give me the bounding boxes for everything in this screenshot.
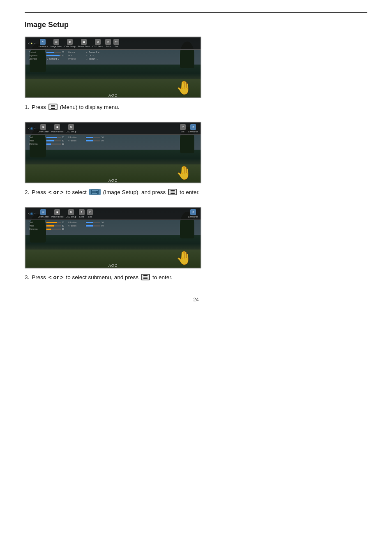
dcr-label: DCR <box>68 55 85 57</box>
vpos-label-3: V.Position <box>68 225 85 227</box>
image-icon-3: ⊞ <box>30 212 33 215</box>
menu-bar-2a <box>171 190 175 191</box>
osd-left-col-1: Contrast 50 Brightness 90 Eco mode ◄ <box>29 51 64 91</box>
sharpness-label-3: Sharpness <box>29 228 45 230</box>
color-setup-icon-3: ⊞ <box>40 209 46 215</box>
exit-label-2: Exit <box>181 130 184 133</box>
osd-overlay-2: < ⊞ > ◉ Color Setup ▣ Picture Boost ⚙ <box>25 123 201 183</box>
osd-left-col-2: Clock 75 Phase 50 Sharpness 30 <box>29 136 64 176</box>
hpos-label-2: H.Position <box>68 136 85 139</box>
hand-cursor-3: 🤚 <box>176 250 192 266</box>
phase-bar-3 <box>46 225 61 227</box>
osd-right-col-1: Gamma ◄ Gamma 1 ► DCR ◄ Off ► Overdr <box>68 51 100 91</box>
brightness-bar <box>46 55 61 56</box>
step-3-number: 3. <box>25 274 29 280</box>
hpos-row-3: H.Position 50 <box>68 222 104 224</box>
step-1-text: 1. Press (Menu) to display menu. <box>25 104 367 110</box>
vpos-val-2: 50 <box>101 140 104 142</box>
phase-val-2: 50 <box>62 140 64 142</box>
right-arrow-3: > <box>34 212 35 215</box>
luminance-label-3: Luminance <box>188 215 198 218</box>
step-2-to-enter: to enter. <box>180 189 200 195</box>
dcr-row: DCR ◄ Off ► <box>68 55 100 57</box>
dcr-val: Off <box>89 55 91 57</box>
hpos-row-2: H.Position 50 <box>68 136 104 139</box>
exit-label: Exit <box>115 45 118 48</box>
gamma-label: Gamma <box>68 51 85 53</box>
extra-label-3: Extra <box>79 215 84 218</box>
eco-left-arrow: ◄ <box>46 58 48 60</box>
extra-icon-3: ✦ <box>79 209 85 215</box>
color-setup-icon-2: ◉ <box>40 124 46 130</box>
osd-menu3-luminance: ☀ Luminance <box>188 209 198 218</box>
osd-menu3-exit: ↩ Exit <box>87 209 93 218</box>
gamma-left: ◄ <box>86 51 88 53</box>
gamma-right: ► <box>98 51 100 53</box>
osd-brand-1: AOC <box>25 93 201 97</box>
osd-menu2-color-setup: ◉ Color Setup <box>38 124 48 133</box>
monitor-screenshot-1: < ✦ > ☀ Luminance ⊞ Image Setup ◉ <box>25 37 201 98</box>
hpos-bar-3 <box>86 222 100 223</box>
clock-row-2: Clock 75 <box>29 136 64 139</box>
clock-label-3: Clock <box>29 222 45 224</box>
sharpness-label-2: Sharpness <box>29 143 45 145</box>
page-title: Image Setup <box>25 21 367 29</box>
osd-top-bar-1: < ✦ > ☀ Luminance ⊞ Image Setup ◉ <box>25 37 201 50</box>
osd-brand-3: AOC <box>25 264 201 268</box>
section-2: < ⊞ > ◉ Color Setup ▣ Picture Boost ⚙ <box>25 122 367 195</box>
vpos-bar-3 <box>86 225 100 227</box>
vpos-row-2: V.Position 50 <box>68 140 104 142</box>
picture-boost-icon-3: ▣ <box>54 209 60 215</box>
osd-menu-picture-boost: ▣ Picture Boost <box>78 39 90 48</box>
osd-nav-arrows-3: < ⊞ > <box>28 212 35 215</box>
osd-right-col-2: H.Position 50 V.Position 50 <box>68 136 104 176</box>
osd-nav-arrows: < ✦ > <box>28 42 35 45</box>
menu-bar-3 <box>51 108 55 109</box>
osd-nav-arrows-2: < ⊞ > <box>28 127 35 130</box>
section-3: < ⊞ > ⊞ Color Setup ▣ Picture Boost ⚙ <box>25 207 367 280</box>
menu-button-icon-2 <box>168 189 177 195</box>
overdrive-label: Overdrive <box>68 58 85 60</box>
vpos-bar-2 <box>86 140 100 141</box>
phase-row-2: Phase 50 <box>29 140 64 142</box>
extra-label: Extra <box>106 45 111 48</box>
step-3-middle: to select submenu, and press <box>66 274 138 280</box>
step-1-prefix: Press <box>32 104 46 110</box>
top-divider <box>25 12 367 13</box>
eco-mode-label: Eco mode <box>29 58 45 60</box>
osd-left-col-3: Clock 75 Phase 50 Sharpness 30 <box>29 222 64 261</box>
menu-button-icon-3 <box>141 274 150 280</box>
eco-right-arrow: ► <box>58 58 60 60</box>
color-setup-label-3: Color Setup <box>38 215 48 218</box>
menu-button-icon-1 <box>48 104 58 110</box>
right-arrow-2: > <box>34 127 35 130</box>
hand-cursor-2: 🤚 <box>176 165 192 180</box>
eco-mode-row: Eco mode ◄ Standard ► <box>29 58 64 60</box>
step-3-to-enter: to enter. <box>152 274 173 280</box>
step-3-keys: < or > <box>48 274 64 280</box>
luminance-icon: ✦ <box>30 42 33 45</box>
vpos-val-3: 50 <box>101 225 104 227</box>
menu-bar-2 <box>51 106 55 107</box>
osd-top-bar-3: < ⊞ > ⊞ Color Setup ▣ Picture Boost ⚙ <box>25 208 201 220</box>
phase-val-3: 50 <box>62 225 64 227</box>
osd-menu-luminance: ☀ Luminance <box>38 39 48 48</box>
osd-setup-label: OSD Setup <box>92 45 103 48</box>
eco-mode-val: Standard <box>49 58 57 60</box>
osd-menu2-picture-boost: ▣ Picture Boost <box>51 124 64 133</box>
dcr-left: ◄ <box>86 55 88 57</box>
picture-boost-icon-2: ▣ <box>54 124 60 130</box>
step-3-prefix: Press <box>32 274 46 280</box>
osd-right-col-3: H.Position 50 V.Position 50 <box>68 222 104 261</box>
contrast-bar <box>46 52 61 53</box>
luminance-menu-icon: ☀ <box>40 39 46 45</box>
contrast-label: Contrast <box>29 51 45 53</box>
step-2-img-label: (Image Setup), and press <box>103 189 166 195</box>
overdrive-row: Overdrive ◄ Medium ► <box>68 58 100 60</box>
step-2-text: 2. Press < or > to select (Image Setup),… <box>25 189 367 195</box>
menu-bar-1 <box>51 105 55 106</box>
page-number: 24 <box>193 297 198 303</box>
clock-label-2: Clock <box>29 136 45 139</box>
sharpness-row-2: Sharpness 30 <box>29 143 64 145</box>
left-arrow: < <box>28 42 30 45</box>
